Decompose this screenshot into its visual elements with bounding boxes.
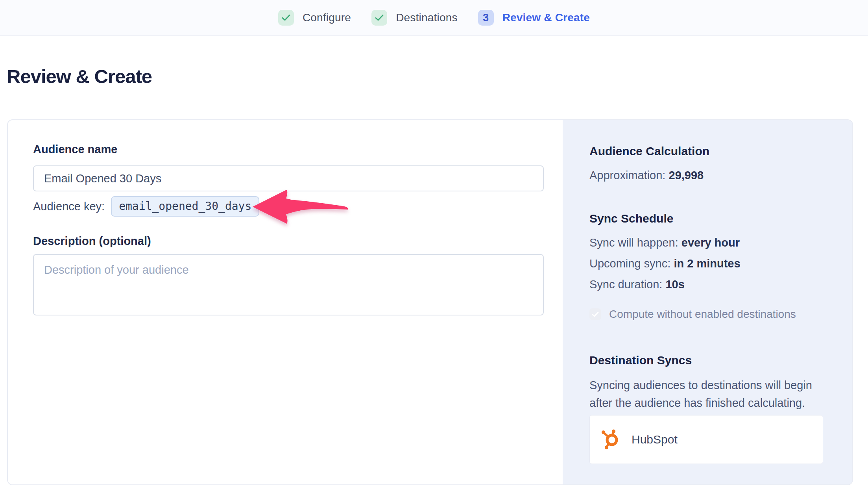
description-label: Description (optional) [33, 235, 563, 248]
upcoming-sync-row: Upcoming sync: in 2 minutes [589, 256, 826, 271]
sync-will-happen-row: Sync will happen: every hour [589, 236, 826, 250]
step-number-badge: 3 [478, 10, 494, 26]
step-review-create[interactable]: 3 Review & Create [478, 10, 590, 26]
audience-name-input[interactable] [33, 165, 544, 191]
audience-key-chip: email_opened_30_days [111, 196, 259, 217]
destination-syncs-heading: Destination Syncs [589, 354, 826, 367]
check-icon [592, 312, 599, 317]
upcoming-sync-value: in 2 minutes [674, 257, 740, 270]
check-icon [375, 14, 384, 21]
description-textarea[interactable] [33, 254, 544, 315]
step-configure-label: Configure [303, 11, 351, 24]
review-card: Audience name Audience key: email_opened… [7, 119, 853, 485]
summary-panel: Audience Calculation Approximation: 29,9… [563, 120, 852, 484]
approximation-label: Approximation: [589, 169, 665, 182]
compute-checkbox-label: Compute without enabled destinations [609, 308, 796, 321]
step-destinations[interactable]: Destinations [371, 10, 457, 26]
hubspot-logo-icon [600, 429, 624, 450]
destination-hubspot-card[interactable]: HubSpot [589, 415, 823, 464]
sync-duration-value: 10s [665, 278, 684, 291]
step-complete-badge [278, 10, 294, 26]
upcoming-sync-label: Upcoming sync: [589, 257, 670, 270]
sync-will-happen-value: every hour [681, 236, 740, 249]
page-title: Review & Create [7, 65, 152, 87]
audience-form: Audience name Audience key: email_opened… [8, 120, 563, 484]
sync-will-happen-label: Sync will happen: [589, 236, 678, 249]
wizard-stepper-bar: Configure Destinations 3 Review & Create [0, 0, 868, 36]
destination-name: HubSpot [632, 433, 678, 446]
audience-key-label: Audience key: [33, 200, 105, 213]
step-review-create-label: Review & Create [502, 11, 590, 24]
audience-name-label: Audience name [33, 143, 563, 156]
audience-calculation-heading: Audience Calculation [589, 145, 826, 158]
destination-syncs-note: Syncing audiences to destinations will b… [589, 377, 826, 412]
approximation-value: 29,998 [669, 169, 704, 182]
step-complete-badge [371, 10, 387, 26]
step-configure[interactable]: Configure [278, 10, 351, 26]
check-icon [282, 14, 290, 21]
compute-without-destinations-row[interactable]: Compute without enabled destinations [589, 308, 826, 321]
audience-key-row: Audience key: email_opened_30_days [33, 196, 563, 217]
step-destinations-label: Destinations [396, 11, 457, 24]
stepper: Configure Destinations 3 Review & Create [278, 10, 590, 26]
approximation-line: Approximation: 29,998 [589, 169, 826, 182]
sync-schedule-heading: Sync Schedule [589, 212, 826, 225]
compute-checkbox[interactable] [589, 308, 601, 320]
sync-duration-label: Sync duration: [589, 278, 662, 291]
sync-duration-row: Sync duration: 10s [589, 277, 826, 291]
